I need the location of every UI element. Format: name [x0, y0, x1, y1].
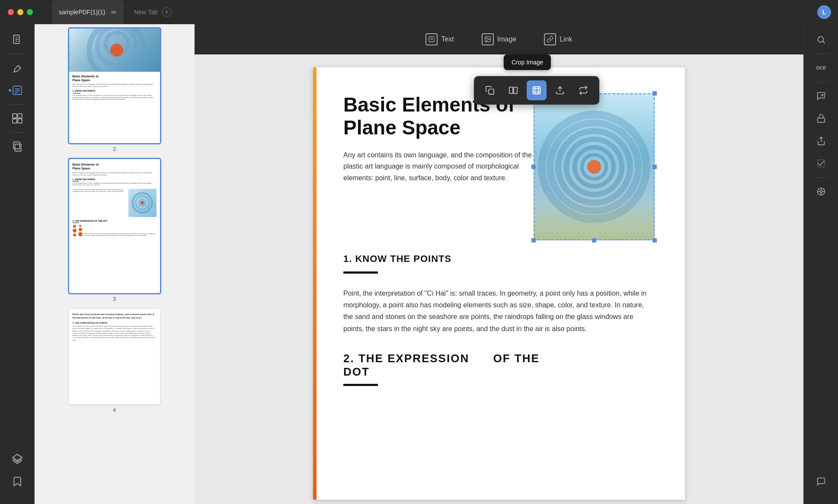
- sidebar-item-layers[interactable]: [7, 449, 28, 469]
- sidebar-item-bookmark[interactable]: [7, 471, 28, 492]
- main-layout: Basic Elements ofPlane Space Any art con…: [0, 24, 838, 504]
- svg-rect-8: [13, 114, 17, 118]
- add-tab-button[interactable]: +: [162, 7, 172, 17]
- image-copy-button[interactable]: [480, 80, 500, 100]
- tab-new[interactable]: New Tab +: [134, 7, 171, 17]
- close-button[interactable]: [8, 9, 14, 15]
- link-icon: [544, 33, 556, 45]
- right-lock-button[interactable]: [811, 108, 832, 129]
- section1-divider: [343, 271, 378, 274]
- thumbnail-panel: Basic Elements ofPlane Space Any art con…: [35, 24, 195, 504]
- active-indicator: [9, 89, 11, 92]
- svg-rect-4: [13, 86, 22, 95]
- svg-rect-23: [533, 87, 541, 94]
- svg-rect-13: [15, 144, 21, 151]
- sidebar-item-document[interactable]: [7, 29, 28, 50]
- thumbnail-page3[interactable]: Basic Elements ofPlane Space Any art con…: [69, 159, 160, 302]
- pdf-page: Basic Elements of Plane Space Any art co…: [313, 67, 685, 500]
- sidebar-item-highlight[interactable]: [7, 57, 28, 78]
- thumb-frame-2[interactable]: Basic Elements ofPlane Space Any art con…: [69, 29, 160, 143]
- new-tab-label: New Tab: [134, 9, 157, 16]
- toolbar-link-label: Link: [560, 35, 572, 43]
- toolbar-text-label: Text: [441, 35, 454, 43]
- intro-text: Any art contains its own language, and t…: [343, 150, 534, 184]
- sidebar-separator-3: [10, 132, 25, 133]
- tab-bar: samplePDF(1)(1) ✏ New Tab +: [52, 0, 803, 24]
- crop-image-tooltip: Crop Image: [504, 54, 551, 70]
- toolbar-link-button[interactable]: Link: [537, 30, 579, 49]
- crop-handle-ml[interactable]: [531, 165, 536, 169]
- thumb-frame-3[interactable]: Basic Elements ofPlane Space Any art con…: [69, 159, 160, 293]
- toolbar-image-label: Image: [497, 35, 516, 43]
- titlebar: samplePDF(1)(1) ✏ New Tab + L: [0, 0, 838, 24]
- right-verify-button[interactable]: [811, 153, 832, 174]
- maximize-button[interactable]: [27, 9, 33, 15]
- sidebar-item-edit[interactable]: [7, 80, 28, 101]
- minimize-button[interactable]: [17, 9, 23, 15]
- page-number-3: 3: [113, 296, 116, 302]
- svg-rect-21: [509, 87, 513, 94]
- ocr-label: OCR: [816, 66, 825, 70]
- crop-handle-mr[interactable]: [652, 165, 657, 169]
- accent-bar: [313, 67, 317, 500]
- right-scan-button[interactable]: [811, 86, 832, 106]
- text-icon: [425, 33, 438, 45]
- right-save-button[interactable]: [811, 181, 832, 202]
- right-sidebar: OCR: [803, 24, 838, 504]
- right-sep-3: [813, 177, 829, 178]
- image-icon: [482, 33, 494, 45]
- page-number-2: 2: [113, 146, 116, 152]
- page-number-4: 4: [113, 407, 116, 413]
- crop-border: [534, 93, 655, 240]
- crop-handle-bm[interactable]: [592, 238, 596, 242]
- section2-divider: [343, 384, 378, 386]
- page-header: Basic Elements of Plane Space Any art co…: [343, 93, 655, 240]
- svg-rect-9: [18, 114, 22, 118]
- edit-tab-icon[interactable]: ✏: [111, 8, 117, 16]
- svg-rect-32: [817, 118, 825, 122]
- crop-handle-bl[interactable]: [531, 238, 536, 242]
- tab-title: samplePDF(1)(1): [59, 9, 105, 16]
- image-flip-button[interactable]: [503, 80, 523, 100]
- left-sidebar: [0, 24, 35, 504]
- svg-rect-10: [13, 119, 17, 123]
- image-crop-button[interactable]: [527, 80, 547, 100]
- sidebar-item-stamp[interactable]: [7, 136, 28, 157]
- top-toolbar: Text Image: [195, 24, 803, 54]
- crop-handle-tr[interactable]: [652, 91, 657, 96]
- right-ocr-button[interactable]: OCR: [811, 57, 832, 78]
- image-crop-container[interactable]: [534, 93, 655, 240]
- sidebar-separator: [10, 54, 25, 54]
- avatar: L: [817, 5, 831, 19]
- svg-point-36: [820, 190, 822, 193]
- pdf-content[interactable]: Basic Elements of Plane Space Any art co…: [195, 54, 803, 504]
- svg-rect-22: [514, 87, 517, 94]
- svg-line-30: [823, 41, 825, 43]
- thumb-frame-4[interactable]: Points also have dominant and recessive …: [69, 309, 160, 404]
- toolbar-text-button[interactable]: Text: [419, 30, 461, 49]
- section1-heading: 1. KNOW THE POINTS: [343, 253, 655, 265]
- right-search-button[interactable]: [811, 29, 832, 50]
- traffic-lights: [8, 9, 33, 15]
- section2-heading: 2. THE EXPRESSION OF THEDOT: [343, 352, 655, 379]
- right-sep-1: [813, 54, 829, 54]
- svg-rect-11: [18, 119, 22, 123]
- svg-point-31: [821, 94, 823, 96]
- sidebar-item-pages[interactable]: [7, 108, 28, 129]
- page-main-title-text: Basic Elements of Plane Space Any art co…: [343, 93, 534, 199]
- right-share-button[interactable]: [811, 131, 832, 151]
- tab-active[interactable]: samplePDF(1)(1) ✏: [52, 0, 124, 24]
- svg-rect-12: [13, 142, 19, 149]
- image-export-button[interactable]: [550, 80, 570, 100]
- svg-point-19: [486, 38, 487, 39]
- crop-handle-br[interactable]: [652, 238, 657, 242]
- right-chat-button[interactable]: [811, 471, 832, 492]
- crop-tooltip-label: Crop Image: [512, 59, 543, 66]
- svg-point-29: [818, 37, 823, 42]
- thumbnail-page4[interactable]: Points also have dominant and recessive …: [69, 309, 160, 413]
- thumbnail-page2[interactable]: Basic Elements ofPlane Space Any art con…: [69, 29, 160, 152]
- toolbar-image-button[interactable]: Image: [475, 30, 523, 49]
- right-sep-2: [813, 82, 829, 82]
- svg-rect-34: [817, 160, 825, 167]
- image-replace-button[interactable]: [573, 80, 593, 100]
